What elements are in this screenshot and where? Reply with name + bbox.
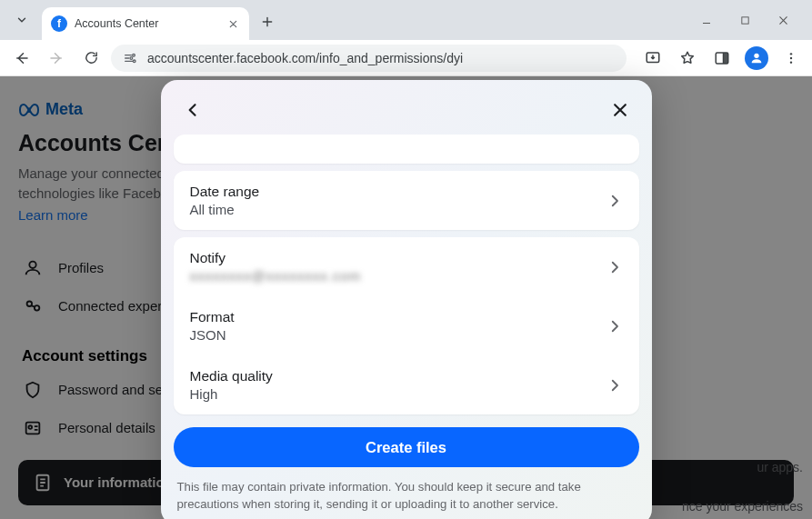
svg-point-9 — [790, 56, 792, 58]
row-value: High — [190, 386, 273, 402]
modal-back-button[interactable] — [177, 95, 208, 125]
row-label: Media quality — [190, 368, 273, 384]
site-settings-icon[interactable] — [122, 50, 138, 66]
close-icon — [611, 101, 629, 119]
row-label: Format — [190, 309, 235, 325]
chevron-right-icon — [606, 193, 623, 209]
window-close-button[interactable] — [774, 11, 792, 29]
tab-search-button[interactable] — [5, 5, 38, 35]
row-value: xxxxxxxx@xxxxxxxx.com — [190, 268, 362, 284]
kebab-menu-button[interactable] — [777, 45, 805, 72]
profile-button[interactable] — [743, 45, 770, 72]
address-bar[interactable]: accountscenter.facebook.com/info_and_per… — [111, 45, 627, 72]
sidepanel-button[interactable] — [708, 45, 736, 72]
chevron-right-icon — [606, 377, 623, 394]
svg-point-10 — [790, 61, 792, 63]
modal-close-button[interactable] — [605, 95, 636, 125]
tab-close-button[interactable] — [226, 16, 240, 31]
reload-icon — [84, 50, 99, 65]
close-icon — [228, 19, 238, 29]
browser-toolbar: accountscenter.facebook.com/info_and_per… — [0, 40, 812, 76]
options-card: Notify xxxxxxxx@xxxxxxxx.com Format JSON… — [174, 237, 639, 414]
new-tab-button[interactable] — [255, 9, 280, 35]
date-range-row[interactable]: Date range All time — [174, 171, 639, 230]
svg-point-1 — [133, 54, 135, 56]
svg-point-8 — [790, 53, 792, 55]
notify-row[interactable]: Notify xxxxxxxx@xxxxxxxx.com — [174, 237, 639, 296]
row-label: Notify — [190, 250, 362, 266]
nav-forward-button[interactable] — [42, 44, 71, 73]
minimize-icon — [701, 15, 712, 25]
close-icon — [777, 15, 789, 26]
row-value: All time — [190, 202, 260, 217]
format-row[interactable]: Format JSON — [174, 296, 639, 355]
dots-vertical-icon — [784, 51, 798, 65]
arrow-right-icon — [48, 50, 65, 66]
modal-disclaimer: This file may contain private informatio… — [174, 478, 639, 513]
chevron-right-icon — [606, 259, 623, 275]
plus-icon — [261, 15, 274, 28]
date-range-card: Date range All time — [174, 171, 639, 230]
window-maximize-button[interactable] — [736, 11, 754, 29]
install-app-button[interactable] — [639, 45, 667, 72]
browser-tab-active[interactable]: f Accounts Center — [42, 7, 249, 40]
maximize-icon — [740, 15, 750, 25]
browser-tabstrip: f Accounts Center — [0, 0, 812, 40]
profile-avatar-icon — [745, 46, 768, 70]
star-icon — [679, 50, 696, 66]
row-value: JSON — [190, 327, 235, 343]
bookmark-button[interactable] — [674, 45, 701, 72]
download-info-modal: Date range All time Notify xxxxxxxx@xxxx… — [161, 80, 652, 519]
chevron-left-icon — [184, 101, 202, 119]
window-minimize-button[interactable] — [697, 11, 716, 29]
address-url: accountscenter.facebook.com/info_and_per… — [147, 51, 463, 65]
install-icon — [645, 50, 661, 66]
chevron-right-icon — [606, 318, 623, 334]
svg-rect-0 — [741, 16, 747, 23]
sidepanel-icon — [714, 50, 730, 66]
row-label: Date range — [190, 184, 260, 200]
svg-point-7 — [754, 53, 758, 57]
svg-rect-6 — [724, 53, 728, 64]
create-files-button[interactable]: Create files — [174, 427, 639, 467]
nav-back-button[interactable] — [7, 44, 36, 73]
facebook-favicon-icon: f — [51, 15, 67, 32]
tab-title: Accounts Center — [75, 17, 218, 30]
chevron-down-icon — [15, 14, 28, 26]
svg-point-3 — [133, 60, 135, 63]
tune-icon — [123, 51, 137, 65]
page-content: Meta Accounts Center Manage your connect… — [0, 76, 812, 519]
media-quality-row[interactable]: Media quality High — [174, 355, 639, 414]
modal-top-card — [174, 135, 639, 164]
arrow-left-icon — [14, 50, 30, 66]
toolbar-right-icons — [632, 45, 805, 72]
window-controls — [697, 0, 812, 40]
nav-reload-button[interactable] — [76, 44, 105, 73]
svg-point-2 — [130, 56, 133, 59]
